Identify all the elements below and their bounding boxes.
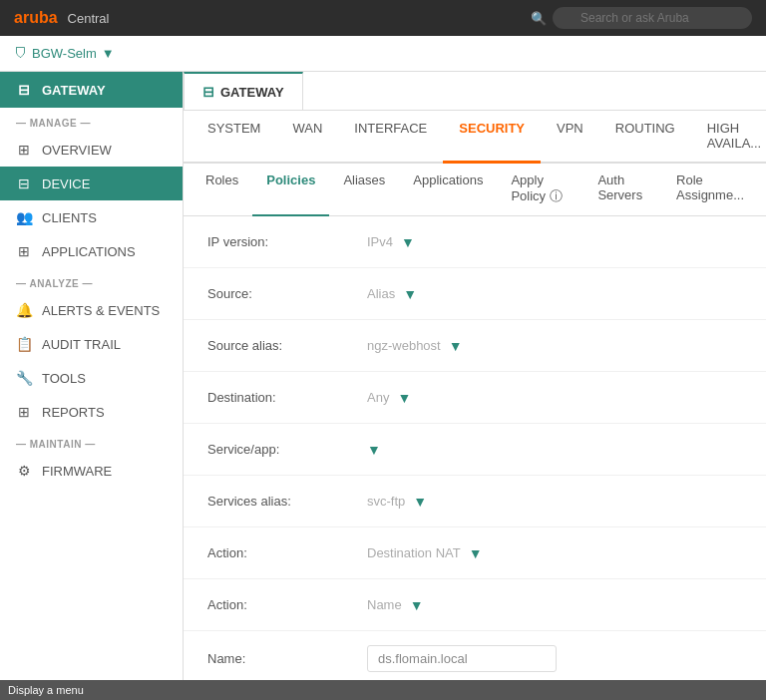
sidebar-audit-label: AUDIT TRAIL bbox=[42, 337, 121, 352]
gateway-tab[interactable]: ⊟ GATEWAY bbox=[184, 72, 303, 110]
destination-label: Destination: bbox=[207, 390, 367, 405]
form-row-destination: Destination: Any ▼ bbox=[184, 372, 766, 424]
action1-text: Destination NAT bbox=[367, 545, 461, 560]
sidebar-item-overview[interactable]: ⊞ OVERVIEW bbox=[0, 133, 183, 167]
subtab-aliases[interactable]: Aliases bbox=[329, 164, 399, 216]
sidebar-tools-label: TOOLS bbox=[42, 371, 86, 386]
sidebar-manage-header: — MANAGE — bbox=[0, 108, 183, 133]
filter-chevron-icon: ▼ bbox=[102, 46, 115, 61]
app-name: Central bbox=[68, 11, 110, 26]
ip-version-label: IP version: bbox=[207, 234, 367, 249]
sidebar-analyze-header: — ANALYZE — bbox=[0, 268, 183, 293]
filter-bar: ⛉ BGW-Selm ▼ bbox=[0, 36, 766, 72]
sidebar-item-applications[interactable]: ⊞ APPLICATIONS bbox=[0, 234, 183, 268]
sidebar-overview-label: OVERVIEW bbox=[42, 143, 112, 158]
sidebar-device-label: DEVICE bbox=[42, 176, 90, 191]
sidebar-item-firmware[interactable]: ⚙ FIRMWARE bbox=[0, 454, 183, 488]
source-dropdown[interactable]: ▼ bbox=[403, 286, 417, 302]
sidebar-applications-label: APPLICATIONS bbox=[42, 244, 136, 259]
sidebar-maintain-header: — MAINTAIN — bbox=[0, 429, 183, 454]
sidebar-item-tools[interactable]: 🔧 TOOLS bbox=[0, 361, 183, 395]
ip-version-value: IPv4 ▼ bbox=[367, 234, 415, 250]
service-app-label: Service/app: bbox=[207, 442, 367, 457]
source-alias-label: Source alias: bbox=[207, 338, 367, 353]
tab-high-avail[interactable]: HIGH AVAILA... bbox=[691, 111, 766, 164]
tab-security[interactable]: SECURITY bbox=[443, 111, 541, 164]
source-value: Alias ▼ bbox=[367, 286, 417, 302]
form-content: IP version: IPv4 ▼ Source: Alias ▼ Sourc… bbox=[184, 216, 766, 680]
form-row-service-app: Service/app: ▼ bbox=[184, 424, 766, 476]
sidebar-item-alerts[interactable]: 🔔 ALERTS & EVENTS bbox=[0, 293, 183, 327]
tab-vpn[interactable]: VPN bbox=[541, 111, 599, 164]
destination-dropdown[interactable]: ▼ bbox=[397, 390, 411, 406]
search-input[interactable] bbox=[553, 7, 752, 29]
sidebar: ⊟ GATEWAY — MANAGE — ⊞ OVERVIEW ⊟ DEVICE… bbox=[0, 72, 184, 680]
subtab-apply-policy[interactable]: Apply Policy ⓘ bbox=[497, 164, 583, 216]
action2-dropdown[interactable]: ▼ bbox=[410, 597, 424, 613]
sidebar-alerts-label: ALERTS & EVENTS bbox=[42, 303, 160, 318]
sidebar-item-clients[interactable]: 👥 CLIENTS bbox=[0, 200, 183, 234]
tab-routing[interactable]: ROUTING bbox=[599, 111, 691, 164]
applications-icon: ⊞ bbox=[16, 243, 32, 259]
filter-label: BGW-Selm bbox=[32, 46, 97, 61]
source-alias-dropdown[interactable]: ▼ bbox=[449, 338, 463, 354]
sidebar-item-device[interactable]: ⊟ DEVICE bbox=[0, 167, 183, 200]
clients-icon: 👥 bbox=[16, 209, 32, 225]
service-app-dropdown[interactable]: ▼ bbox=[367, 442, 381, 458]
form-row-action1: Action: Destination NAT ▼ bbox=[184, 527, 766, 579]
content-area: ⊟ GATEWAY SYSTEM WAN INTERFACE SECURITY … bbox=[184, 72, 766, 680]
action2-label: Action: bbox=[207, 597, 367, 612]
device-icon: ⊟ bbox=[16, 175, 32, 191]
filter-item[interactable]: ⛉ BGW-Selm ▼ bbox=[14, 46, 115, 61]
sidebar-gateway-label: GATEWAY bbox=[42, 83, 106, 98]
sub-tabs: Roles Policies Aliases Applications Appl… bbox=[184, 164, 766, 216]
services-alias-text: svc-ftp bbox=[367, 494, 405, 509]
form-row-source: Source: Alias ▼ bbox=[184, 268, 766, 320]
subtab-roles[interactable]: Roles bbox=[192, 164, 252, 216]
service-app-value: ▼ bbox=[367, 442, 381, 458]
action1-dropdown[interactable]: ▼ bbox=[469, 545, 483, 561]
funnel-icon: ⛉ bbox=[14, 46, 27, 61]
topbar-left: aruba Central bbox=[14, 9, 110, 27]
gateway-tab-bar: ⊟ GATEWAY bbox=[184, 72, 766, 111]
name-input[interactable] bbox=[367, 645, 557, 672]
form-row-source-alias: Source alias: ngz-webhost ▼ bbox=[184, 320, 766, 372]
name-label: Name: bbox=[207, 651, 367, 666]
form-row-name: Name: bbox=[184, 631, 766, 680]
subtab-auth-servers[interactable]: Auth Servers bbox=[583, 164, 662, 216]
gateway-tab-icon: ⊟ bbox=[202, 84, 214, 100]
source-alias-value: ngz-webhost ▼ bbox=[367, 338, 463, 354]
topbar-right: 🔍 bbox=[531, 7, 752, 29]
ip-version-dropdown[interactable]: ▼ bbox=[401, 234, 415, 250]
destination-value: Any ▼ bbox=[367, 390, 411, 406]
tab-interface[interactable]: INTERFACE bbox=[338, 111, 443, 164]
action2-value: Name ▼ bbox=[367, 597, 424, 613]
overview-icon: ⊞ bbox=[16, 142, 32, 158]
tab-system[interactable]: SYSTEM bbox=[192, 111, 276, 164]
display-menu-button[interactable]: Display a menu bbox=[8, 684, 84, 696]
sidebar-item-reports[interactable]: ⊞ REPORTS bbox=[0, 395, 183, 429]
reports-icon: ⊞ bbox=[16, 404, 32, 420]
gateway-icon: ⊟ bbox=[16, 82, 32, 98]
action1-value: Destination NAT ▼ bbox=[367, 545, 483, 561]
gateway-tab-label: GATEWAY bbox=[220, 85, 284, 100]
tools-icon: 🔧 bbox=[16, 370, 32, 386]
subtab-applications[interactable]: Applications bbox=[399, 164, 497, 216]
topbar: aruba Central 🔍 bbox=[0, 0, 766, 36]
source-text: Alias bbox=[367, 286, 395, 301]
aruba-logo: aruba bbox=[14, 9, 58, 27]
nav-tabs: SYSTEM WAN INTERFACE SECURITY VPN ROUTIN… bbox=[184, 111, 766, 164]
audit-icon: 📋 bbox=[16, 336, 32, 352]
form-row-ip-version: IP version: IPv4 ▼ bbox=[184, 216, 766, 268]
tab-wan[interactable]: WAN bbox=[276, 111, 338, 164]
sidebar-item-audit[interactable]: 📋 AUDIT TRAIL bbox=[0, 327, 183, 361]
services-alias-dropdown[interactable]: ▼ bbox=[413, 494, 427, 510]
sidebar-gateway-header[interactable]: ⊟ GATEWAY bbox=[0, 72, 183, 108]
form-row-action2: Action: Name ▼ bbox=[184, 579, 766, 631]
name-value bbox=[367, 645, 557, 672]
bottombar: Display a menu bbox=[0, 680, 766, 700]
subtab-policies[interactable]: Policies bbox=[252, 164, 329, 216]
services-alias-label: Services alias: bbox=[207, 494, 367, 509]
subtab-role-assignment[interactable]: Role Assignme... bbox=[662, 164, 758, 216]
action1-label: Action: bbox=[207, 545, 367, 560]
